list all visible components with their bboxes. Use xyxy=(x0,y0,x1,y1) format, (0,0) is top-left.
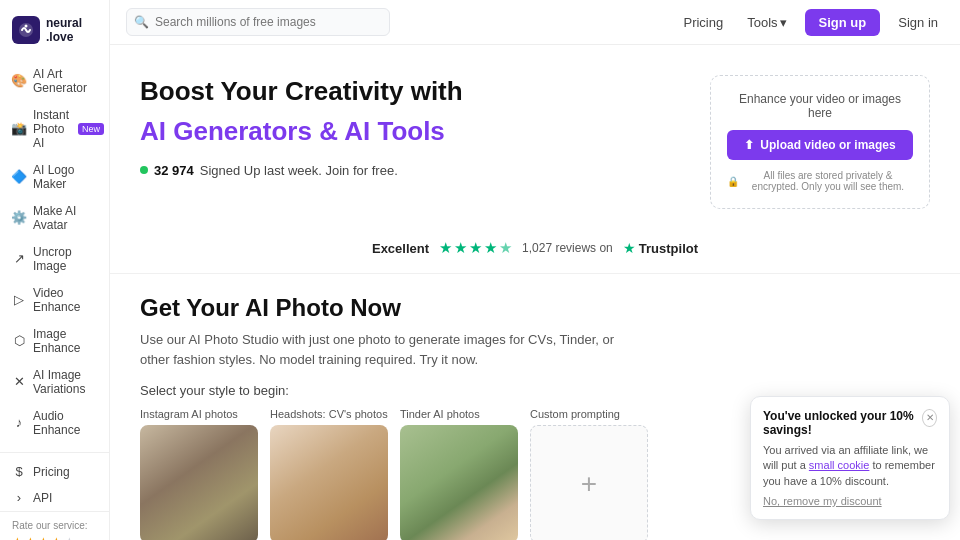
trustpilot-count: 1,027 reviews on xyxy=(522,241,613,255)
brand-name: neural.love xyxy=(46,16,82,45)
sidebar-item-video-enhance[interactable]: ▷ Video Enhance xyxy=(0,280,109,320)
hero-left: Boost Your Creativity with AI Generators… xyxy=(140,75,690,178)
tp-star-1: ★ xyxy=(439,239,452,257)
discount-toast: You've unlocked your 10% savings! ✕ You … xyxy=(750,396,950,520)
pricing-nav-link[interactable]: Pricing xyxy=(677,11,729,34)
star-rating: ★ ★ ★ ★ ★ xyxy=(12,535,97,540)
instagram-image xyxy=(140,425,258,540)
photo-card-headshot[interactable]: Headshots: CV's photos xyxy=(270,408,388,540)
photo-card-custom[interactable]: Custom prompting + xyxy=(530,408,648,540)
trustpilot-star-icon: ★ xyxy=(623,240,636,256)
upload-box-title: Enhance your video or images here xyxy=(727,92,913,120)
enhance-icon: ⬡ xyxy=(12,334,26,348)
star-5: ★ xyxy=(64,535,75,540)
logo-icon xyxy=(12,16,40,44)
custom-label: Custom prompting xyxy=(530,408,648,420)
uncrop-icon: ↗ xyxy=(12,252,26,266)
upload-box: Enhance your video or images here ⬆ Uplo… xyxy=(710,75,930,209)
green-dot-icon xyxy=(140,166,148,174)
photo-section-title: Get Your AI Photo Now xyxy=(140,294,930,322)
hero-section: Boost Your Creativity with AI Generators… xyxy=(110,45,960,229)
tools-nav-button[interactable]: Tools ▾ xyxy=(741,11,792,34)
trustpilot-bar: Excellent ★ ★ ★ ★ ★ 1,027 reviews on ★ T… xyxy=(110,229,960,274)
tinder-label: Tinder AI photos xyxy=(400,408,518,420)
photo-card-instagram[interactable]: Instagram AI photos xyxy=(140,408,258,540)
signup-button[interactable]: Sign up xyxy=(805,9,881,36)
sidebar-item-audio-enhance[interactable]: ♪ Audio Enhance xyxy=(0,403,109,443)
lock-icon: 🔒 xyxy=(727,176,739,187)
tp-star-2: ★ xyxy=(454,239,467,257)
signin-link[interactable]: Sign in xyxy=(892,11,944,34)
headshot-label: Headshots: CV's photos xyxy=(270,408,388,420)
trustpilot-name: Trustpilot xyxy=(639,241,698,256)
tinder-image xyxy=(400,425,518,540)
sidebar-item-pricing[interactable]: $ Pricing xyxy=(0,459,109,485)
star-1: ★ xyxy=(12,535,23,540)
sidebar-item-ai-logo-maker[interactable]: 🔷 AI Logo Maker xyxy=(0,157,109,197)
video-icon: ▷ xyxy=(12,293,26,307)
diamond-icon: 🔷 xyxy=(12,170,26,184)
camera-icon: 📸 xyxy=(12,122,26,136)
sidebar-item-image-enhance[interactable]: ⬡ Image Enhance xyxy=(0,321,109,361)
sidebar-item-uncrop-image[interactable]: ↗ Uncrop Image xyxy=(0,239,109,279)
upload-note: 🔒 All files are stored privately & encry… xyxy=(727,170,913,192)
headshot-image xyxy=(270,425,388,540)
toast-close-button[interactable]: ✕ xyxy=(922,409,937,427)
sidebar-item-ai-image-variations[interactable]: ✕ AI Image Variations xyxy=(0,362,109,402)
new-badge: New xyxy=(78,123,104,135)
instagram-label: Instagram AI photos xyxy=(140,408,258,420)
photo-card-tinder[interactable]: Tinder AI photos xyxy=(400,408,518,540)
search-input[interactable] xyxy=(126,8,390,36)
header: 🔍 Pricing Tools ▾ Sign up Sign in xyxy=(110,0,960,45)
toast-title: You've unlocked your 10% savings! xyxy=(763,409,922,437)
hero-subtitle: AI Generators & AI Tools xyxy=(140,115,690,149)
star-2: ★ xyxy=(25,535,36,540)
sidebar: neural.love 🎨 AI Art Generator 📸 Instant… xyxy=(0,0,110,540)
tp-star-5: ★ xyxy=(499,239,512,257)
tp-star-4: ★ xyxy=(484,239,497,257)
sidebar-nav: 🎨 AI Art Generator 📸 Instant Photo AI Ne… xyxy=(0,61,109,511)
plus-icon: + xyxy=(581,468,597,500)
trustpilot-logo: ★ Trustpilot xyxy=(623,240,698,256)
audio-icon: ♪ xyxy=(12,416,26,430)
sidebar-item-ai-art-generator[interactable]: 🎨 AI Art Generator xyxy=(0,61,109,101)
toast-header: You've unlocked your 10% savings! ✕ xyxy=(763,409,937,437)
sidebar-item-api[interactable]: › API xyxy=(0,485,109,511)
upload-button[interactable]: ⬆ Upload video or images xyxy=(727,130,913,160)
custom-image: + xyxy=(530,425,648,540)
tp-star-3: ★ xyxy=(469,239,482,257)
rate-service-label: Rate our service: xyxy=(12,520,97,531)
toast-body: You arrived via an affiliate link, we wi… xyxy=(763,443,937,489)
sidebar-item-make-ai-avatar[interactable]: ⚙️ Make AI Avatar xyxy=(0,198,109,238)
trustpilot-label: Excellent xyxy=(372,241,429,256)
variations-icon: ✕ xyxy=(12,375,26,389)
svg-point-1 xyxy=(25,25,28,28)
sidebar-bottom: Rate our service: ★ ★ ★ ★ ★ 4.73 / 5 • 4… xyxy=(0,511,109,540)
star-4: ★ xyxy=(51,535,62,540)
avatar-icon: ⚙️ xyxy=(12,211,26,225)
star-3: ★ xyxy=(38,535,49,540)
sidebar-item-instant-photo[interactable]: 📸 Instant Photo AI New xyxy=(0,102,109,156)
search-icon: 🔍 xyxy=(134,15,149,29)
logo[interactable]: neural.love xyxy=(0,10,109,61)
trustpilot-stars: ★ ★ ★ ★ ★ xyxy=(439,239,512,257)
dollar-icon: $ xyxy=(12,465,26,479)
palette-icon: 🎨 xyxy=(12,74,26,88)
upload-icon: ⬆ xyxy=(744,138,754,152)
toast-dismiss-link[interactable]: No, remove my discount xyxy=(763,495,937,507)
hero-title: Boost Your Creativity with xyxy=(140,75,690,109)
search-box: 🔍 xyxy=(126,8,390,36)
api-icon: › xyxy=(12,491,26,505)
cookie-link[interactable]: small cookie xyxy=(809,459,870,471)
photo-section-desc: Use our AI Photo Studio with just one ph… xyxy=(140,330,640,369)
hero-stat: 32 974 Signed Up last week. Join for fre… xyxy=(140,163,690,178)
